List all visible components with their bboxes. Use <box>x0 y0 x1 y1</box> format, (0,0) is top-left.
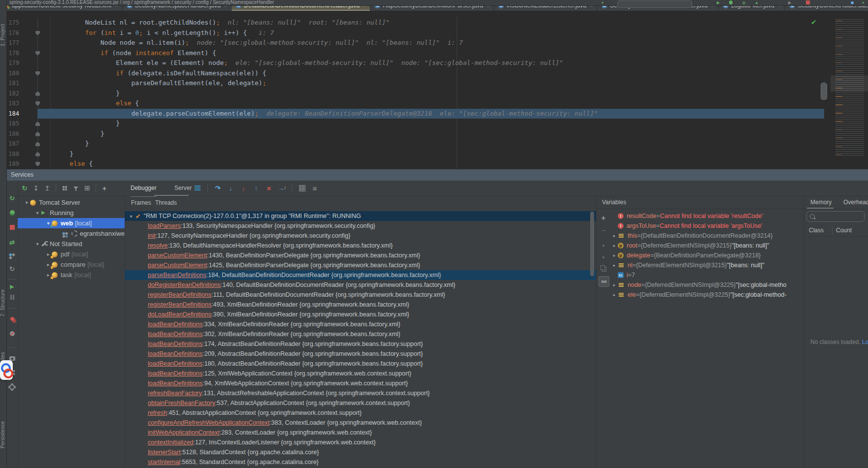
restart-debug-button[interactable] <box>7 208 17 218</box>
step-over-icon[interactable] <box>213 183 223 193</box>
stack-frame-row[interactable]: refreshBeanFactory:131, AbstractRefresha… <box>125 388 596 398</box>
chevron-right-icon[interactable]: ▸ <box>611 233 618 238</box>
chevron-right-icon[interactable]: ▸ <box>611 292 618 297</box>
stack-frame-row[interactable]: loadBeanDefinitions:209, AbstractBeanDef… <box>125 349 596 359</box>
tree-row-pdf[interactable]: ▸pdf[local] <box>18 249 125 259</box>
refresh-button[interactable] <box>7 264 17 274</box>
column-class[interactable]: Class <box>809 224 824 236</box>
filter-icon[interactable] <box>71 183 81 193</box>
thread-header-row[interactable]: ▾ ✔ "RMI TCP Connection(2)-127.0.0.1"@1,… <box>125 211 596 221</box>
run-icon[interactable]: ▶ <box>716 0 721 5</box>
fold-marker-icon[interactable] <box>35 122 40 126</box>
variable-row-nl[interactable]: ▸nl = {DeferredElementNSImpl@3215} "[bea… <box>611 260 803 270</box>
stack-frame-row[interactable]: loadBeanDefinitions:180, AbstractBeanDef… <box>125 359 596 369</box>
run-config-combo[interactable] <box>617 0 692 8</box>
tab-threads[interactable]: Threads <box>155 196 177 210</box>
variable-row-root[interactable]: ▸proot = {DeferredElementNSImpl@3215} "[… <box>611 241 803 250</box>
fold-marker-icon[interactable] <box>35 31 40 35</box>
fold-marker-icon[interactable] <box>35 152 40 156</box>
tree-row-web[interactable]: ▾web[local] <box>18 218 125 228</box>
fold-marker-icon[interactable] <box>35 101 40 106</box>
code-editor[interactable]: 175 NodeList nl = root.getChildNodes(); … <box>6 16 868 169</box>
stack-frame-row[interactable]: registerBeanDefinitions:493, XmlBeanDefi… <box>125 300 596 310</box>
blue-tool-icon[interactable]: ◼ <box>850 0 855 5</box>
coverage-icon[interactable]: ◍ <box>741 0 746 5</box>
services-header[interactable]: Services <box>6 169 868 181</box>
pause-button[interactable] <box>7 292 17 302</box>
fold-marker-icon[interactable] <box>35 162 40 166</box>
tree-row-not-started[interactable]: ▾Not Started <box>18 239 125 249</box>
stack-frame-row[interactable]: registerBeanDefinitions:111, DefaultBean… <box>125 290 596 300</box>
minimap[interactable] <box>831 16 868 169</box>
editor-scrollbar-thumb[interactable] <box>821 83 827 100</box>
variable-row-ele[interactable]: ▸ele = {DeferredElementNSImpl@3225} "[se… <box>611 290 803 300</box>
tree-row-tomcat-server[interactable]: ▾Tomcat Server <box>18 197 125 208</box>
stack-frame-row[interactable]: loadBeanDefinitions:125, XmlWebApplicati… <box>125 369 596 378</box>
stack-frame-row[interactable]: contextInitialized:127, IrisContextLoade… <box>125 437 596 447</box>
threads-view-icon[interactable] <box>193 183 202 193</box>
new-frame-icon[interactable] <box>82 183 92 193</box>
chevron-right-icon[interactable]: ▸ <box>611 253 618 258</box>
chevron-down-icon[interactable]: ▾ <box>600 0 605 5</box>
force-step-into-icon[interactable] <box>238 183 248 193</box>
evaluate-icon[interactable] <box>297 183 307 193</box>
frames-scrollbar-thumb[interactable] <box>590 212 594 276</box>
chevron-down-icon[interactable]: ▾ <box>34 241 40 247</box>
fold-marker-icon[interactable] <box>35 71 40 76</box>
layout-settings-icon[interactable] <box>310 183 320 193</box>
tab-server[interactable]: Server <box>174 181 192 196</box>
add-icon[interactable] <box>100 183 109 193</box>
variable-row-resultCode[interactable]: !resultCode = Cannot find local variable… <box>611 211 803 221</box>
duplicate-icon[interactable] <box>599 264 608 274</box>
stack-frame-row[interactable]: loadParsers:133, SecurityNamespaceHandle… <box>125 221 596 231</box>
stack-frame-row[interactable]: init:127, SecurityNamespaceHandler {org.… <box>125 231 596 241</box>
stack-frame-row[interactable]: obtainFreshBeanFactory:537, AbstractAppl… <box>125 398 596 408</box>
tree-row-egrantshanxiweb[interactable]: egrantshanxiweb <box>18 228 125 239</box>
rerun-button[interactable] <box>7 193 17 203</box>
stack-frame-row[interactable]: loadBeanDefinitions:334, XmlBeanDefiniti… <box>125 319 596 329</box>
settings-button[interactable] <box>7 382 17 392</box>
remove-watch-icon[interactable] <box>599 225 608 235</box>
stack-frame-row[interactable]: doLoadBeanDefinitions:390, XmlBeanDefini… <box>125 310 596 319</box>
drop-frame-icon[interactable] <box>264 183 274 193</box>
fold-marker-icon[interactable] <box>35 51 40 56</box>
memory-column-headers[interactable]: Class Count <box>803 224 868 237</box>
chevron-down-icon[interactable]: ▾ <box>128 214 134 219</box>
mute-breakpoints-button[interactable] <box>7 329 17 339</box>
stack-frame-row[interactable]: parseCustomElement:1425, BeanDefinitionP… <box>125 260 596 270</box>
group-icon[interactable] <box>60 183 69 193</box>
stack-frame-row[interactable]: startInternal:5653, StandardContext {org… <box>125 457 596 467</box>
move-down-icon[interactable] <box>599 252 608 262</box>
profiler-icon[interactable]: ▲ <box>754 0 759 5</box>
tree-row-task[interactable]: ▸task[local] <box>18 270 125 280</box>
stack-frame-row[interactable]: doRegisterBeanDefinitions:140, DefaultBe… <box>125 280 596 290</box>
memory-search-input[interactable] <box>806 211 865 222</box>
stack-frame-row[interactable]: parseBeanDefinitions:184, DefaultBeanDef… <box>125 270 596 280</box>
stack-frame-row[interactable]: listenerStart:5128, StandardContext {org… <box>125 447 596 457</box>
column-count[interactable]: Count <box>836 224 852 236</box>
fold-marker-icon[interactable] <box>35 142 40 146</box>
minimap-viewport[interactable] <box>831 75 868 92</box>
rerun-icon[interactable] <box>20 183 30 193</box>
tab-overhead[interactable]: Overhead <box>843 196 868 209</box>
load-classes-link[interactable]: Load classes <box>862 339 868 345</box>
variable-row-delegate[interactable]: ▸pdelegate = {BeanDefinitionParserDelega… <box>611 250 803 260</box>
chevron-right-icon[interactable]: ▸ <box>611 263 618 268</box>
stack-frame-row[interactable]: initWebApplicationContext:283, ContextLo… <box>125 428 596 437</box>
chevron-down-icon[interactable]: ▾ <box>24 200 30 205</box>
breakpoints-button[interactable] <box>7 314 17 324</box>
chevron-down-icon[interactable]: ▾ <box>861 0 866 5</box>
resume-button[interactable] <box>7 281 17 291</box>
step-out-icon[interactable] <box>251 183 261 193</box>
show-watches-icon[interactable] <box>599 276 609 287</box>
chevron-right-icon[interactable]: ▸ <box>611 243 618 248</box>
tab-debugger[interactable]: Debugger <box>131 181 157 197</box>
tool-window-button[interactable]: 7: Structure <box>0 276 6 330</box>
stack-frame-row[interactable]: loadBeanDefinitions:302, XmlBeanDefiniti… <box>125 329 596 339</box>
inspections-ok-icon[interactable]: ✔ <box>811 18 817 26</box>
tab-memory[interactable]: Memory <box>810 196 832 209</box>
stack-frame-row[interactable]: resolve:130, DefaultNamespaceHandlerReso… <box>125 241 596 250</box>
stack-frame-row[interactable]: parseCustomElement:1430, BeanDefinitionP… <box>125 250 596 260</box>
move-up-icon[interactable] <box>599 240 608 250</box>
tool-window-button[interactable]: Web <box>0 457 6 468</box>
